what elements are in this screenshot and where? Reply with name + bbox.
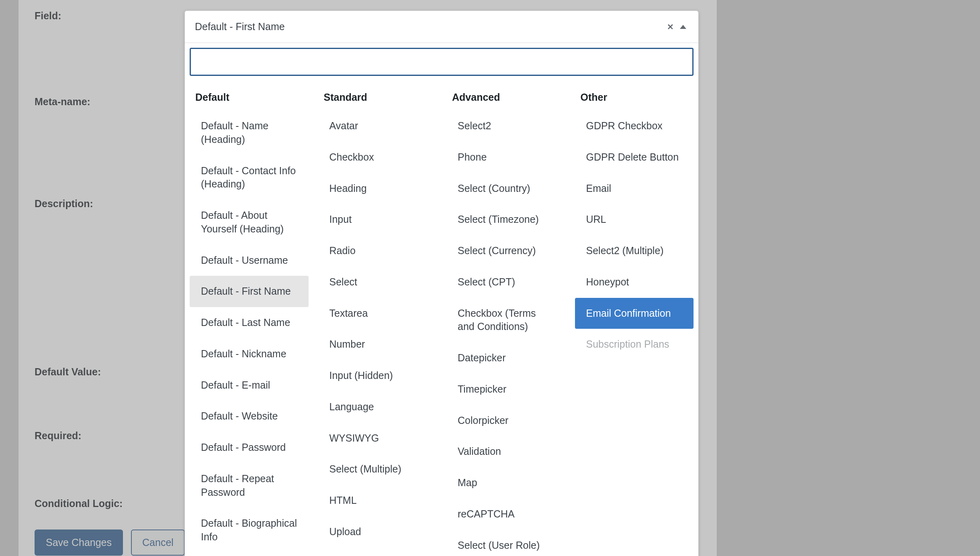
dropdown-option[interactable]: Honeypot <box>575 267 694 298</box>
dropdown-column: AdvancedSelect2PhoneSelect (Country)Sele… <box>442 87 570 556</box>
dropdown-option[interactable]: reCAPTCHA <box>446 499 565 530</box>
dropdown-option[interactable]: Select (User Role) <box>446 530 565 556</box>
dropdown-option[interactable]: WYSIWYG <box>318 423 437 454</box>
dropdown-option[interactable]: Select (Currency) <box>446 235 565 267</box>
dropdown-option[interactable]: Select (Country) <box>446 173 565 204</box>
dropdown-option[interactable]: Email <box>575 173 694 204</box>
dropdown-option[interactable]: Select (CPT) <box>446 267 565 298</box>
dropdown-column: DefaultDefault - Name (Heading)Default -… <box>185 87 313 556</box>
dropdown-column: StandardAvatarCheckboxHeadingInputRadioS… <box>313 87 442 556</box>
dropdown-selected-value: Default - First Name <box>195 21 285 33</box>
column-header: Other <box>575 87 694 110</box>
dropdown-option[interactable]: URL <box>575 204 694 235</box>
dropdown-option[interactable]: Default - First Name <box>190 276 309 307</box>
dropdown-option[interactable]: Timepicker <box>446 374 565 405</box>
dropdown-option[interactable]: Default - Last Name <box>190 307 309 338</box>
chevron-up-icon[interactable] <box>680 25 686 29</box>
dropdown-option[interactable]: Checkbox <box>318 142 437 173</box>
dropdown-columns: DefaultDefault - Name (Heading)Default -… <box>185 81 698 556</box>
dropdown-option[interactable]: Select (Multiple) <box>318 454 437 485</box>
dropdown-option[interactable]: Default - Username <box>190 245 309 276</box>
column-header: Default <box>190 87 309 110</box>
dropdown-option[interactable]: Checkbox (Terms and Conditions) <box>446 298 565 343</box>
field-type-dropdown: Default - First Name ✕ DefaultDefault - … <box>184 10 699 556</box>
column-header: Standard <box>318 87 437 110</box>
search-input[interactable] <box>190 48 694 76</box>
dropdown-option[interactable]: GDPR Checkbox <box>575 110 694 142</box>
dropdown-option[interactable]: Input (Hidden) <box>318 360 437 391</box>
dropdown-column: OtherGDPR CheckboxGDPR Delete ButtonEmai… <box>570 87 699 556</box>
dropdown-option[interactable]: Phone <box>446 142 565 173</box>
dropdown-option[interactable]: Default - Display name publicly as <box>190 553 309 556</box>
dropdown-option[interactable]: Default - About Yourself (Heading) <box>190 200 309 245</box>
close-icon[interactable]: ✕ <box>667 22 674 32</box>
dropdown-option[interactable]: Colorpicker <box>446 405 565 436</box>
dropdown-option[interactable]: Validation <box>446 436 565 467</box>
dropdown-option[interactable]: Datepicker <box>446 342 565 374</box>
dropdown-option[interactable]: Default - Website <box>190 401 309 432</box>
dropdown-option[interactable]: Default - Contact Info (Heading) <box>190 155 309 200</box>
dropdown-option[interactable]: Upload <box>318 516 437 548</box>
dropdown-option[interactable]: Default - Name (Heading) <box>190 110 309 155</box>
dropdown-option[interactable]: Default - Password <box>190 432 309 463</box>
dropdown-option[interactable]: Input <box>318 204 437 235</box>
dropdown-option[interactable]: Textarea <box>318 298 437 329</box>
dropdown-option[interactable]: Default - Biographical Info <box>190 508 309 553</box>
dropdown-option[interactable]: Select2 <box>446 110 565 142</box>
dropdown-option[interactable]: Number <box>318 329 437 360</box>
dropdown-option[interactable]: Default - Repeat Password <box>190 463 309 508</box>
dropdown-option[interactable]: Language <box>318 391 437 423</box>
dropdown-controls: ✕ <box>667 22 686 32</box>
dropdown-option[interactable]: Heading <box>318 173 437 204</box>
dropdown-option[interactable]: Select <box>318 267 437 298</box>
dropdown-header[interactable]: Default - First Name ✕ <box>185 11 698 43</box>
dropdown-option[interactable]: Email Confirmation <box>575 298 694 329</box>
dropdown-option[interactable]: Default - Nickname <box>190 338 309 370</box>
column-header: Advanced <box>446 87 565 110</box>
dropdown-option[interactable]: Avatar <box>318 110 437 142</box>
dropdown-option[interactable]: Select2 (Multiple) <box>575 235 694 267</box>
dropdown-option[interactable]: Select (Timezone) <box>446 204 565 235</box>
dropdown-option[interactable]: HTML <box>318 485 437 516</box>
dropdown-option[interactable]: Map <box>446 467 565 499</box>
dropdown-search-wrapper <box>185 43 698 81</box>
dropdown-option[interactable]: Default - E-mail <box>190 370 309 401</box>
dropdown-option[interactable]: Radio <box>318 235 437 267</box>
dropdown-option[interactable]: GDPR Delete Button <box>575 142 694 173</box>
dropdown-option: Subscription Plans <box>575 329 694 360</box>
